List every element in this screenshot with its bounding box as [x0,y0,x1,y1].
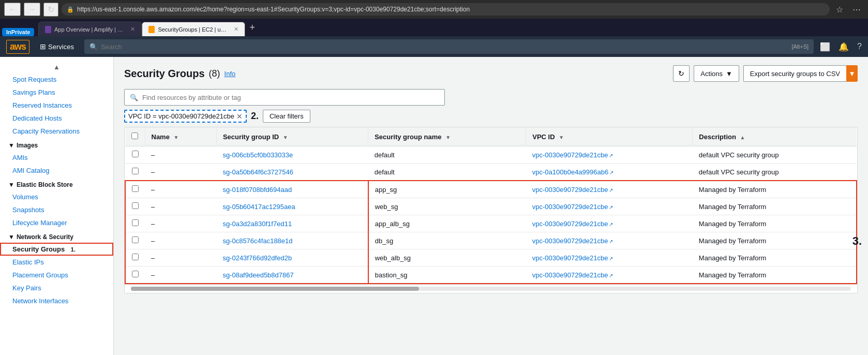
browser-settings-icon[interactable]: ⋯ [849,5,864,14]
cell-vpc-id[interactable]: vpc-0030e90729de21cbe↗ [526,267,693,284]
sidebar-item-reserved-instances[interactable]: Reserved Instances [0,99,113,112]
sg-id-link[interactable]: sg-0a50b64f6c3727546 [222,168,293,176]
sidebar-item-lifecycle-manager[interactable]: Lifecycle Manager [0,216,113,229]
sidebar-item-elastic-ips[interactable]: Elastic IPs [0,256,113,269]
search-box[interactable]: 🔍 [124,89,445,106]
row-checkbox[interactable] [132,254,139,260]
sort-description-icon[interactable]: ▲ [740,135,745,140]
sidebar-item-placement-groups[interactable]: Placement Groups [0,269,113,282]
vpc-id-link[interactable]: vpc-0030e90729de21cbe [532,203,608,211]
sg-id-link[interactable]: sg-05b60417ac1295aea [222,203,295,211]
forward-button[interactable]: → [24,3,40,16]
sort-vpc-id-icon[interactable]: ▼ [559,135,564,140]
cell-sg-id[interactable]: sg-0c8576c4fac188e1d [216,232,368,249]
tab-ec2[interactable]: SecurityGroups | EC2 | us-east-1 ✕ [142,22,245,36]
sort-name-icon[interactable]: ▼ [174,135,179,140]
select-all-checkbox[interactable] [131,132,138,139]
aws-search-bar[interactable]: 🔍 [Alt+S] [84,39,814,54]
cell-vpc-id[interactable]: vpc-0030e90729de21cbe↗ [526,215,693,232]
sidebar-item-amis[interactable]: AMIs [0,151,113,164]
help-icon[interactable]: ? [857,42,862,51]
actions-button[interactable]: Actions ▼ [694,65,739,82]
cell-sg-id[interactable]: sg-0a3d2a830f1f7ed11 [216,215,368,232]
refresh-button[interactable]: ↻ [43,3,58,17]
sg-id-link[interactable]: sg-0243f766d92dfed2b [222,254,292,262]
bell-icon[interactable]: 🔔 [839,42,849,52]
search-input[interactable] [142,94,439,101]
clear-filters-button[interactable]: Clear filters [263,110,310,123]
sg-id-link[interactable]: sg-0c8576c4fac188e1d [222,237,292,245]
export-dropdown-button[interactable]: ▼ [846,65,858,82]
external-link-icon: ↗ [609,187,613,193]
close-tab-amplify[interactable]: ✕ [130,26,135,33]
sidebar-section-ebs[interactable]: ▼ Elastic Block Store [0,177,113,190]
refresh-button[interactable]: ↻ [673,65,690,82]
sidebar-item-snapshots[interactable]: Snapshots [0,203,113,216]
cell-sg-name: app_alb_sg [368,215,526,232]
cell-sg-id[interactable]: sg-018f0708bfd694aad [216,181,368,198]
services-menu[interactable]: ⊞ Services [36,40,78,53]
filter-tag-close-button[interactable]: ✕ [236,113,243,120]
scroll-bar-thumb[interactable] [131,287,419,291]
cell-vpc-id[interactable]: vpc-0030e90729de21cbe↗ [526,146,693,164]
cell-sg-id[interactable]: sg-0a50b64f6c3727546 [216,164,368,181]
sg-id-link[interactable]: sg-08af9deed5b8d7867 [222,271,293,279]
sidebar-section-images[interactable]: ▼ Images [0,138,113,151]
sg-id-link[interactable]: sg-006cb5cf0b033033e [222,151,293,159]
cell-vpc-id[interactable]: vpc-0030e90729de21cbe↗ [526,181,693,198]
vpc-id-link[interactable]: vpc-0030e90729de21cbe [532,254,608,262]
cell-vpc-id[interactable]: vpc-0030e90729de21cbe↗ [526,249,693,267]
sg-id-link[interactable]: sg-0a3d2a830f1f7ed11 [222,220,292,228]
star-icon[interactable]: ☆ [833,5,846,14]
sort-sg-id-icon[interactable]: ▼ [283,135,288,140]
sidebar-section-network[interactable]: ▼ Network & Security [0,229,113,243]
cell-sg-id[interactable]: sg-08af9deed5b8d7867 [216,267,368,284]
row-checkbox[interactable] [132,219,139,226]
search-box-icon: 🔍 [130,94,138,101]
new-tab-button[interactable]: + [245,22,259,33]
cell-vpc-id[interactable]: vpc-0030e90729de21cbe↗ [526,198,693,215]
row-checkbox[interactable] [132,168,139,174]
back-button[interactable]: ← [4,3,21,16]
cell-vpc-id[interactable]: vpc-0030e90729de21cbe↗ [526,232,693,249]
horizontal-scrollbar[interactable] [125,284,857,293]
sidebar-item-savings-plans[interactable]: Savings Plans [0,86,113,99]
sort-sg-name-icon[interactable]: ▼ [445,135,451,140]
export-button[interactable]: Export security groups to CSV [743,65,846,82]
sg-id-link[interactable]: sg-018f0708bfd694aad [222,186,292,194]
cell-sg-id[interactable]: sg-006cb5cf0b033033e [216,146,368,164]
table-row: –sg-0c8576c4fac188e1ddb_sgvpc-0030e90729… [125,232,857,249]
vpc-id-link[interactable]: vpc-0030e90729de21cbe [532,237,608,245]
vpc-id-link[interactable]: vpc-0030e90729de21cbe [532,186,608,194]
actions-label: Actions [700,70,723,78]
cell-sg-id[interactable]: sg-05b60417ac1295aea [216,198,368,215]
sidebar-item-key-pairs[interactable]: Key Pairs [0,282,113,294]
aws-logo[interactable]: aws [6,40,29,54]
scroll-bar-track[interactable] [131,287,851,291]
info-link[interactable]: Info [225,70,236,78]
sidebar-item-spot-requests[interactable]: Spot Requests [0,73,113,86]
row-checkbox[interactable] [132,236,139,243]
search-input[interactable] [101,43,788,51]
sidebar-item-dedicated-hosts[interactable]: Dedicated Hosts [0,112,113,125]
sidebar-item-ami-catalog[interactable]: AMI Catalog [0,164,113,177]
close-tab-ec2[interactable]: ✕ [234,26,238,33]
vpc-id-link[interactable]: vpc-0030e90729de21cbe [532,151,608,159]
sidebar-item-network-interfaces[interactable]: Network Interfaces [0,294,113,307]
row-checkbox[interactable] [132,151,139,157]
monitor-icon[interactable]: ⬜ [820,42,830,52]
vpc-id-link[interactable]: vpc-0a100b0e4a9996ab6 [532,168,608,176]
row-checkbox[interactable] [132,202,139,209]
vpc-id-link[interactable]: vpc-0030e90729de21cbe [532,220,608,228]
tab-amplify[interactable]: App Overview | Amplify | us-east... ✕ [38,22,142,36]
row-checkbox[interactable] [132,271,139,277]
sidebar-item-capacity-reservations[interactable]: Capacity Reservations [0,125,113,138]
aws-navigation: aws ⊞ Services 🔍 [Alt+S] ⬜ 🔔 ? [0,36,868,57]
vpc-id-link[interactable]: vpc-0030e90729de21cbe [532,271,608,279]
cell-vpc-id[interactable]: vpc-0a100b0e4a9996ab6↗ [526,164,693,181]
address-bar[interactable]: 🔒 https://us-east-1.console.aws.amazon.c… [62,3,830,16]
cell-sg-id[interactable]: sg-0243f766d92dfed2b [216,249,368,267]
sidebar-item-security-groups[interactable]: Security Groups 1. [0,243,113,256]
sidebar-item-volumes[interactable]: Volumes [0,190,113,203]
row-checkbox[interactable] [132,185,139,192]
